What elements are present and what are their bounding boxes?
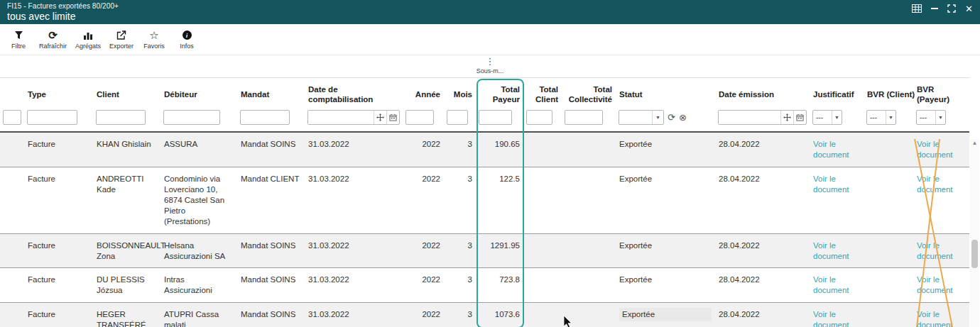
voir-document-link[interactable]: Voir le document [917, 241, 953, 260]
col-header-lead[interactable] [0, 78, 24, 109]
calendar-icon[interactable] [386, 111, 399, 124]
col-header-total_client[interactable]: Total Client [523, 78, 562, 109]
col-header-annee[interactable]: Année [403, 78, 444, 109]
cell-total_payeur: 723.8 [476, 268, 523, 303]
voir-document-link[interactable]: Voir le document [917, 174, 953, 194]
voir-document-link[interactable]: Voir le document [917, 275, 953, 294]
voir-document-link[interactable]: Voir le document [917, 310, 953, 327]
toolbar-label: Infos [180, 43, 194, 50]
table-row[interactable]: FactureHEGER TRANSFÉRÉ SUR 207939 AsafAT… [0, 303, 969, 327]
toolbar-infos-button[interactable]: i Infos [175, 29, 199, 50]
filter-cell-total_client [523, 108, 562, 132]
kebab-menu-icon: ⋮ [486, 57, 495, 66]
cell-total_payeur: 1291.95 [476, 233, 523, 268]
filter-input-mois[interactable] [447, 110, 468, 125]
cell-statut: Exportée [616, 167, 715, 233]
filter-input-type[interactable] [27, 110, 77, 125]
filter-select-statut[interactable]: ▼ [619, 110, 664, 125]
filter-input-annee[interactable] [405, 110, 434, 125]
filter-cell-bvr_payeur: ---▼ [913, 108, 969, 132]
cell-total_client [523, 167, 562, 233]
maximize-icon[interactable] [947, 4, 956, 13]
cell-mandat: Mandat SOINS [237, 268, 305, 303]
voir-document-link[interactable]: Voir le document [813, 241, 849, 260]
scroll-up-icon[interactable]: ▲ [970, 139, 979, 148]
col-header-date_compta[interactable]: Date de comptabilisation [305, 78, 403, 109]
col-header-type[interactable]: Type [24, 78, 93, 109]
cell-bvr_payeur: Voir le document [913, 303, 969, 327]
cell-bvr_client [864, 132, 913, 167]
vertical-scrollbar[interactable]: ▲ [970, 139, 979, 327]
filter-cell-lead [0, 108, 24, 132]
cell-date_emission: 28.04.2022 [715, 233, 810, 268]
close-icon[interactable]: ✕ [965, 4, 973, 13]
cell-lead [0, 303, 24, 327]
col-header-justificatif[interactable]: Justificatif [810, 78, 864, 109]
cell-lead [0, 132, 24, 167]
filter-input-client[interactable] [96, 110, 146, 125]
date-picker-target-icon[interactable] [374, 111, 386, 124]
date-picker-target-icon[interactable] [780, 111, 793, 124]
bar-chart-icon [83, 29, 93, 41]
filter-input-debiteur[interactable] [163, 110, 220, 125]
cell-bvr_payeur: Voir le document [913, 268, 969, 303]
filter-status-group: ▼⟳⊗ [619, 110, 712, 125]
grid-view-icon[interactable] [912, 4, 922, 13]
dropdown-value: --- [867, 111, 886, 124]
filter-input-mandat[interactable] [240, 110, 290, 125]
col-header-date_emission[interactable]: Date émission [715, 78, 810, 109]
toolbar-filtre-button[interactable]: Filtre [6, 29, 31, 50]
toolbar-exporter-button[interactable]: Exporter [109, 29, 134, 50]
chevron-down-icon: ▼ [886, 111, 895, 124]
minimize-icon[interactable] [931, 8, 938, 9]
scrollbar-thumb[interactable] [971, 240, 978, 268]
chevron-down-icon[interactable]: ▼ [652, 111, 663, 124]
table-row[interactable]: FactureKHAN GhislainASSURAMandat SOINS31… [0, 132, 969, 167]
cell-statut: Exportée [616, 233, 715, 268]
voir-document-link[interactable]: Voir le document [813, 275, 849, 294]
cell-mois: 3 [444, 268, 476, 303]
cell-annee: 2022 [403, 167, 444, 233]
voir-document-link[interactable]: Voir le document [813, 310, 849, 327]
filter-input-total_collectivite[interactable] [565, 110, 603, 125]
submenu-button[interactable]: ⋮ Sous-m... [6, 57, 974, 74]
cell-mois: 3 [444, 303, 476, 327]
table-row[interactable]: FactureBOISSONNEAULT ZonaHelsana Assicur… [0, 233, 969, 268]
cell-total_collectivite [562, 268, 616, 303]
col-header-mandat[interactable]: Mandat [237, 78, 305, 109]
cell-total_payeur: 190.65 [476, 132, 523, 167]
filter-dropdown-bvr_client[interactable]: ---▼ [866, 110, 896, 125]
col-header-total_collectivite[interactable]: Total Collectivité [562, 78, 616, 109]
col-header-total_payeur[interactable]: Total Payeur [476, 78, 523, 109]
filter-clear-icon[interactable]: ⊗ [679, 113, 687, 122]
voir-document-link[interactable]: Voir le document [917, 140, 953, 159]
filter-cell-annee [403, 108, 444, 132]
toolbar-agregats-button[interactable]: Agrégats [75, 29, 101, 50]
filter-dropdown-justificatif[interactable]: ---▼ [812, 110, 842, 125]
col-header-bvr_client[interactable]: BVR (Client) [864, 78, 913, 109]
cell-mois: 3 [444, 132, 476, 167]
col-header-bvr_payeur[interactable]: BVR (Payeur) [913, 78, 969, 109]
filter-input-date_emission[interactable] [719, 111, 780, 124]
table-row[interactable]: FactureANDREOTTI KadeCondominio via Love… [0, 167, 969, 233]
filter-input-total_payeur[interactable] [479, 110, 512, 125]
toolbar-rafraichir-button[interactable]: ⟳ Rafraîchir [39, 29, 67, 50]
calendar-icon[interactable] [793, 111, 806, 124]
cell-annee: 2022 [403, 268, 444, 303]
col-header-client[interactable]: Client [93, 78, 160, 109]
col-header-debiteur[interactable]: Débiteur [160, 78, 237, 109]
filter-dropdown-bvr_payeur[interactable]: ---▼ [916, 110, 946, 125]
col-header-statut[interactable]: Statut [616, 78, 715, 109]
cell-lead [0, 167, 24, 233]
filter-input-lead[interactable] [3, 110, 21, 125]
header-row: TypeClientDébiteurMandatDate de comptabi… [0, 78, 969, 109]
table-row[interactable]: FactureDU PLESSIS JózsuaIntras Assicuraz… [0, 268, 969, 303]
voir-document-link[interactable]: Voir le document [813, 174, 849, 194]
toolbar-favoris-button[interactable]: ☆ Favoris [142, 29, 166, 50]
filter-input-total_client[interactable] [526, 110, 552, 125]
cell-debiteur: ATUPRI Cassa malati [160, 303, 237, 327]
col-header-mois[interactable]: Mois [444, 78, 476, 109]
filter-refresh-icon[interactable]: ⟳ [668, 113, 675, 122]
voir-document-link[interactable]: Voir le document [813, 140, 849, 159]
filter-input-date_compta[interactable] [308, 111, 374, 124]
